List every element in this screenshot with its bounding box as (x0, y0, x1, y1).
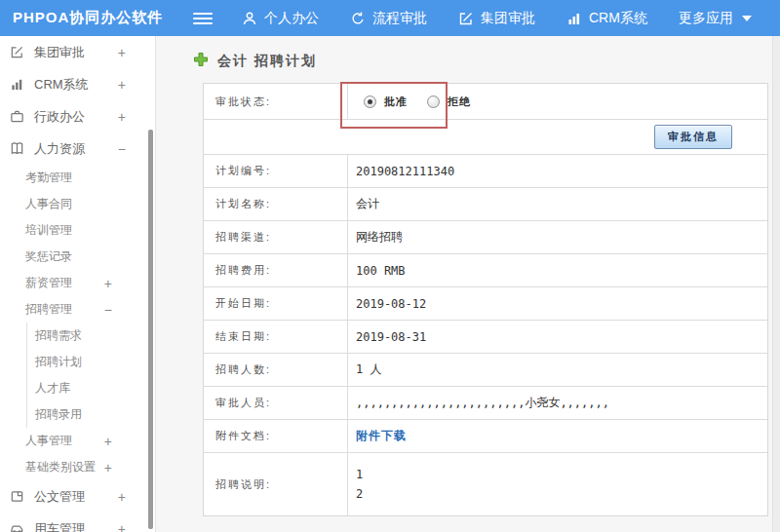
sidebar-item-label: 招聘计划 (35, 354, 82, 370)
sidebar-item-label: 招聘需求 (35, 327, 82, 344)
field-value: 网络招聘 (348, 221, 767, 253)
field-value: 批准 拒绝 (348, 84, 767, 119)
field-label: 审批状态: (204, 84, 348, 119)
form-row-headcount: 招聘人数: 1 人 (204, 354, 767, 387)
sidebar-item-label: 公文管理 (34, 488, 85, 506)
radio-approve[interactable]: 批准 (364, 95, 408, 109)
field-value: 附件下载 (348, 420, 767, 452)
sidebar-item-label: 集团审批 (34, 44, 85, 61)
sidebar-item-label: 人事管理 (25, 433, 72, 449)
sidebar-item-label: 奖惩记录 (25, 248, 72, 265)
bar-chart-icon (10, 77, 26, 92)
sidebar-item-group-approval[interactable]: 集团审批 + (0, 36, 155, 68)
sidebar-item-hr-contract[interactable]: 人事合同 (0, 191, 155, 217)
radio-button-icon[interactable] (427, 95, 440, 108)
radio-label: 批准 (384, 95, 408, 109)
nav-process-approval[interactable]: 流程审批 (350, 10, 427, 27)
field-label: 开始日期: (204, 287, 348, 320)
field-label: 招聘渠道: (204, 221, 348, 253)
nav-label: CRM系统 (589, 10, 647, 27)
field-label: 招聘说明: (204, 453, 348, 515)
expander-icon[interactable]: + (118, 489, 126, 505)
nav-label: 流程审批 (372, 10, 427, 27)
sidebar-item-recruit-hire[interactable]: 招聘录用 (27, 401, 155, 428)
edit-icon (458, 11, 474, 26)
nav-group-approval[interactable]: 集团审批 (458, 10, 535, 27)
sidebar-item-rewards[interactable]: 奖惩记录 (0, 244, 155, 270)
field-label: 审批人员: (204, 387, 348, 419)
field-label: 附件文档: (204, 420, 348, 452)
top-navigation: 个人办公 流程审批 集团审批 CRM系统 更多应用 (242, 10, 752, 27)
expander-icon[interactable]: + (118, 521, 126, 532)
sidebar-item-label: 人事合同 (25, 196, 72, 212)
page-scrollbar-track[interactable] (772, 36, 780, 532)
nav-label: 集团审批 (481, 10, 535, 27)
field-label: 招聘费用: (204, 254, 348, 286)
sidebar-item-recruit-plan[interactable]: 招聘计划 (27, 349, 155, 375)
document-icon (10, 489, 26, 504)
sidebar-item-attendance[interactable]: 考勤管理 (0, 165, 155, 191)
sidebar-item-admin-office[interactable]: 行政办公 + (0, 100, 155, 133)
field-value: 1 2 (348, 453, 767, 515)
sidebar-item-label: 行政办公 (34, 108, 85, 126)
form-row-description: 招聘说明: 1 2 (204, 453, 767, 515)
app-window: PHPOA协同办公软件 个人办公 流程审批 集团审批 CRM系统 更多应用 (0, 0, 780, 532)
sidebar-item-recruit-mgmt[interactable]: 招聘管理 − (0, 296, 155, 323)
description-line: 2 (356, 486, 363, 502)
radio-button-icon[interactable] (364, 95, 376, 108)
approval-status-radio-group: 批准 拒绝 (364, 95, 471, 109)
expander-icon[interactable]: + (118, 77, 126, 93)
edit-icon (10, 45, 26, 59)
page-title: 会计 招聘计划 (217, 53, 317, 70)
sidebar-item-label: 培训管理 (25, 222, 72, 239)
form-row-plan-name: 计划名称: 会计 (204, 188, 767, 221)
sidebar-item-base-category[interactable]: 基础类别设置 + (0, 454, 155, 480)
form-row-cost: 招聘费用: 100 RMB (204, 254, 767, 287)
sidebar-item-label: 基础类别设置 (25, 459, 96, 475)
form-row-channel: 招聘渠道: 网络招聘 (204, 221, 767, 254)
sidebar-item-hr[interactable]: 人力资源 − (0, 133, 155, 165)
approval-info-button[interactable]: 审批信息 (654, 125, 732, 149)
field-value: 1 人 (348, 354, 767, 386)
cycle-icon (350, 11, 366, 26)
form-row-attachment: 附件文档: 附件下载 (204, 420, 767, 453)
collapse-icon[interactable]: − (104, 302, 112, 318)
sidebar-item-crm[interactable]: CRM系统 + (0, 68, 155, 100)
sidebar-item-talent-pool[interactable]: 人才库 (27, 375, 155, 401)
sidebar-item-vehicle[interactable]: 用车管理 + (0, 513, 155, 532)
expander-icon[interactable]: + (104, 434, 112, 449)
sidebar-scrollbar-thumb[interactable] (148, 130, 153, 529)
expander-icon[interactable]: + (118, 45, 126, 60)
sidebar-item-salary[interactable]: 薪资管理 + (0, 270, 155, 296)
sidebar-item-personnel[interactable]: 人事管理 + (0, 428, 155, 454)
hamburger-icon[interactable] (193, 13, 213, 24)
caret-down-icon (742, 16, 752, 21)
nav-label: 更多应用 (679, 10, 733, 27)
attachment-download-link[interactable]: 附件下载 (356, 428, 407, 444)
expander-icon[interactable]: + (104, 276, 112, 291)
sidebar-item-recruit-demand[interactable]: 招聘需求 (27, 323, 155, 349)
recruit-submenu: 招聘需求 招聘计划 人才库 招聘录用 (26, 323, 155, 428)
field-label: 计划编号: (204, 155, 348, 187)
field-value: 2019-08-31 (348, 321, 767, 353)
sidebar-item-label: 招聘管理 (25, 301, 72, 318)
nav-crm-system[interactable]: CRM系统 (566, 10, 647, 27)
main-content: 会计 招聘计划 审批状态: 批准 拒绝 (156, 36, 780, 532)
form-row-start-date: 开始日期: 2019-08-12 (204, 287, 767, 321)
app-logo: PHPOA协同办公软件 (0, 9, 166, 27)
radio-label: 拒绝 (448, 95, 471, 109)
nav-personal-office[interactable]: 个人办公 (242, 10, 319, 27)
sidebar: 集团审批 + CRM系统 + 行政办公 + 人力资源 − 考勤管理 人事合同 培… (0, 36, 156, 532)
book-icon (10, 141, 26, 156)
expander-icon[interactable]: + (104, 460, 112, 475)
sidebar-item-label: 人才库 (35, 380, 70, 397)
radio-reject[interactable]: 拒绝 (427, 95, 471, 109)
collapse-icon[interactable]: − (118, 141, 126, 157)
car-icon (10, 521, 26, 532)
sidebar-item-training[interactable]: 培训管理 (0, 217, 155, 244)
sidebar-item-documents[interactable]: 公文管理 + (0, 480, 155, 513)
sidebar-item-label: 用车管理 (34, 520, 85, 532)
expander-icon[interactable]: + (118, 109, 126, 125)
nav-more-apps[interactable]: 更多应用 (679, 10, 752, 27)
sidebar-item-label: CRM系统 (34, 76, 89, 94)
